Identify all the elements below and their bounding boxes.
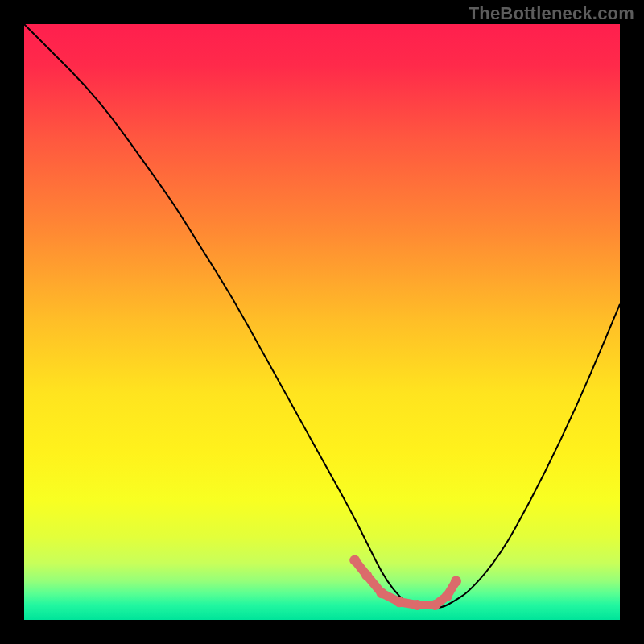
bottleneck-curve: [24, 24, 620, 608]
marker-dot: [349, 555, 360, 566]
plot-area: [24, 24, 620, 620]
marker-dot: [442, 591, 452, 601]
marker-dot: [377, 588, 387, 598]
marker-dot: [361, 570, 372, 580]
chart-frame: TheBottleneck.com: [0, 0, 644, 644]
watermark-text: TheBottleneck.com: [469, 3, 634, 24]
curve-layer: [24, 24, 620, 620]
marker-dot: [412, 600, 423, 610]
optimal-range-markers: [349, 555, 461, 611]
marker-dot: [394, 597, 405, 607]
marker-dot: [430, 600, 440, 610]
marker-dot: [451, 576, 461, 586]
